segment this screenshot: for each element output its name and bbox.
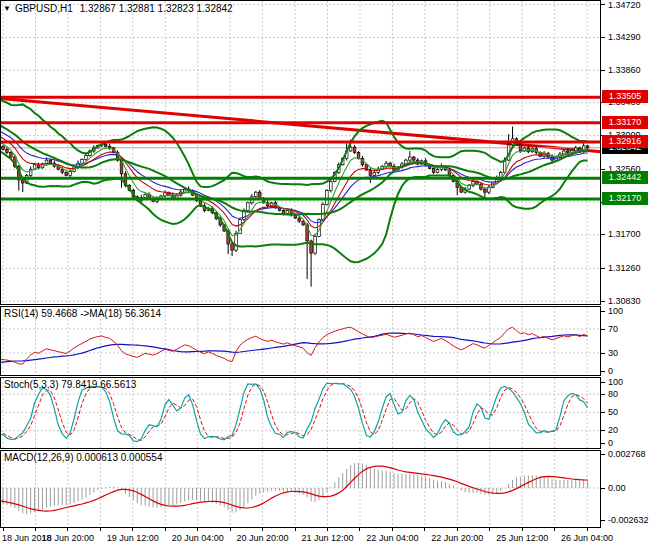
time-tick-mark	[359, 528, 360, 531]
axis-tick-mark	[601, 169, 605, 170]
price-tick-label: 1.31700	[608, 229, 641, 239]
stoch-tick-label: 50	[608, 407, 618, 417]
time-tick-mark	[132, 528, 133, 531]
price-tick-label: 1.34290	[608, 32, 641, 42]
stochastic-indicator-label: Stoch(5,3,3) 79.8419 66.5613	[4, 379, 136, 390]
title-ohlc-values: 1.32867 1.32881 1.32823 1.32842	[80, 3, 233, 14]
support-price-badge: 1.32442	[602, 171, 648, 184]
rsi-tick-label: 0	[608, 366, 613, 376]
axis-tick-mark	[601, 234, 605, 235]
axis-tick-mark	[601, 268, 605, 269]
axis-tick-mark	[601, 488, 605, 489]
macd-indicator-label: MACD(12,26,9) 0.000613 0.000554	[4, 452, 162, 463]
stoch-tick-label: 100	[608, 377, 623, 387]
price-tick-label: 1.31260	[608, 263, 641, 273]
time-tick-mark	[262, 528, 263, 531]
time-tick-mark	[3, 528, 4, 531]
axis-tick-mark	[601, 394, 605, 395]
time-tick-mark	[457, 528, 458, 531]
time-tick-mark	[327, 528, 328, 531]
time-tick-mark	[587, 528, 588, 531]
time-axis-label: 26 Jun 04:00	[561, 533, 613, 543]
axis-tick-mark	[601, 37, 605, 38]
resistance-price-badge: 1.33170	[602, 116, 648, 129]
axis-tick-mark	[601, 4, 605, 5]
time-axis-label: 25 Jun 12:00	[496, 533, 548, 543]
time-axis-label: 19 Jun 12:00	[107, 533, 159, 543]
time-tick-mark	[489, 528, 490, 531]
axis-tick-mark	[601, 382, 605, 383]
rsi-indicator-label: RSI(14) 59.4668 ->MA(18) 56.3614	[4, 308, 161, 319]
time-tick-mark	[392, 528, 393, 531]
stoch-tick-label: 20	[608, 425, 618, 435]
price-axis[interactable]: 1.347201.342901.338601.334301.330001.325…	[601, 0, 650, 528]
axis-tick-mark	[601, 301, 605, 302]
time-tick-mark	[554, 528, 555, 531]
stoch-tick-label: 0	[608, 438, 613, 448]
axis-tick-mark	[601, 353, 605, 354]
macd-tick-label: 0.002768	[608, 449, 646, 459]
price-tick-label: 1.33860	[608, 65, 641, 75]
axis-tick-mark	[601, 371, 605, 372]
axis-tick-mark	[601, 520, 605, 521]
symbol-timeframe-label: GBPUSD,H1	[15, 3, 73, 14]
time-tick-mark	[522, 528, 523, 531]
time-axis-label: 22 Jun 20:00	[431, 533, 483, 543]
time-axis-label: 21 Jun 12:00	[301, 533, 353, 543]
time-tick-mark	[165, 528, 166, 531]
descending-trendline	[0, 98, 601, 151]
axis-tick-mark	[601, 329, 605, 330]
rsi-line	[0, 327, 588, 371]
price-tick-label: 1.30830	[608, 296, 641, 306]
time-axis-label: 22 Jun 04:00	[366, 533, 418, 543]
macd-signal-line	[0, 466, 588, 511]
time-axis-label: 20 Jun 04:00	[172, 533, 224, 543]
price-chart-panel[interactable]	[0, 0, 601, 305]
macd-tick-label: 0.00	[608, 483, 626, 493]
resistance-price-badge: 1.33505	[602, 90, 648, 103]
axis-tick-mark	[601, 412, 605, 413]
time-tick-mark	[295, 528, 296, 531]
chart-window: ▼GBPUSD,H11.32867 1.32881 1.32823 1.3284…	[0, 0, 650, 550]
time-tick-mark	[67, 528, 68, 531]
time-tick-mark	[197, 528, 198, 531]
time-axis-label: 18 Jun 20:00	[42, 533, 94, 543]
chart-title: ▼GBPUSD,H11.32867 1.32881 1.32823 1.3284…	[3, 3, 233, 14]
bollinger-lower-band	[0, 104, 588, 263]
resistance-price-badge: 1.32916	[602, 135, 648, 148]
symbol-dropdown-icon[interactable]: ▼	[3, 4, 11, 13]
candles	[0, 127, 589, 287]
rsi-tick-label: 100	[608, 306, 623, 316]
axis-tick-mark	[601, 443, 605, 444]
rsi-tick-label: 30	[608, 348, 618, 358]
time-tick-mark	[424, 528, 425, 531]
time-tick-mark	[230, 528, 231, 531]
time-axis-label: 20 Jun 20:00	[237, 533, 289, 543]
price-tick-label: 1.34720	[608, 0, 641, 10]
stoch-tick-label: 80	[608, 389, 618, 399]
rsi-tick-label: 70	[608, 324, 618, 334]
axis-tick-mark	[601, 70, 605, 71]
time-tick-mark	[35, 528, 36, 531]
axis-tick-mark	[601, 311, 605, 312]
axis-tick-mark	[601, 454, 605, 455]
axis-tick-mark	[601, 430, 605, 431]
time-tick-mark	[100, 528, 101, 531]
support-price-badge: 1.32170	[602, 192, 648, 205]
time-axis[interactable]: 18 Jun 201818 Jun 20:0019 Jun 12:0020 Ju…	[0, 528, 650, 550]
macd-tick-label: -0.002632	[608, 515, 649, 525]
